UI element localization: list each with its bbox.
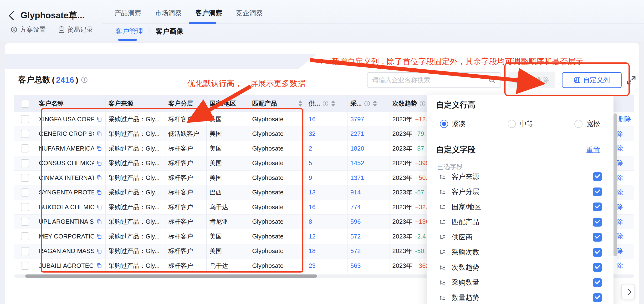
purchase-count[interactable]: 774 <box>350 204 360 211</box>
customer-name[interactable]: MEY CORPORATION <box>39 233 94 240</box>
supplier-count[interactable]: 5 <box>309 160 312 167</box>
purchase-count[interactable]: 572 <box>350 247 360 255</box>
tab-customer-insight[interactable]: 客户洞察 <box>194 7 224 24</box>
copy-icon[interactable] <box>96 160 102 166</box>
field-checkbox[interactable] <box>593 293 602 302</box>
drag-handle-icon[interactable] <box>439 174 446 180</box>
purchase-count[interactable]: 1820 <box>350 145 364 152</box>
field-checkbox[interactable] <box>593 202 602 211</box>
field-checkbox[interactable] <box>593 278 602 287</box>
row-checkbox[interactable] <box>21 144 29 152</box>
purchase-count[interactable]: 2271 <box>350 130 364 138</box>
customer-name[interactable]: JUBAILI AGROTEC LI <box>39 262 94 270</box>
customer-name[interactable]: BUKOOLA CHEMICA <box>39 204 94 211</box>
chevron-down-icon[interactable] <box>318 58 326 64</box>
customer-name[interactable]: XINGFA USA CORPO <box>39 116 94 123</box>
copy-icon[interactable] <box>96 262 102 269</box>
row-height-medium[interactable]: 中等 <box>508 119 534 129</box>
purchase-count[interactable]: 563 <box>350 262 360 270</box>
row-checkbox[interactable] <box>21 115 29 123</box>
menu-scheme-settings[interactable]: 方案设置 <box>10 25 46 34</box>
customer-name[interactable]: CINMAX INTERNATIO <box>39 174 94 182</box>
drag-handle-icon[interactable] <box>439 188 446 195</box>
back-icon[interactable] <box>8 11 18 20</box>
purchase-count[interactable]: 3797 <box>350 116 364 123</box>
info-icon[interactable] <box>364 100 370 106</box>
supplier-count[interactable]: 32 <box>309 130 316 138</box>
reset-link[interactable]: 重置 <box>586 145 600 155</box>
row-checkbox[interactable] <box>21 203 29 211</box>
purchase-count[interactable]: 1371 <box>350 174 364 182</box>
row-checkbox[interactable] <box>21 247 29 255</box>
row-checkbox[interactable] <box>21 188 29 196</box>
row-checkbox[interactable] <box>21 174 29 182</box>
menu-trade-records[interactable]: 贸易记录 <box>58 25 93 34</box>
purchase-count[interactable]: 1452 <box>350 160 364 167</box>
supplier-count[interactable]: 23 <box>309 262 316 270</box>
sort-icon[interactable] <box>298 98 302 109</box>
next-page-button[interactable] <box>621 284 635 299</box>
drag-handle-icon[interactable] <box>439 279 446 286</box>
info-icon[interactable] <box>81 76 88 83</box>
fullscreen-icon[interactable] <box>626 75 637 86</box>
row-height-compact[interactable]: 紧凑 <box>440 119 466 129</box>
row-height-loose[interactable]: 宽松 <box>574 119 600 129</box>
row-checkbox[interactable] <box>21 218 29 226</box>
copy-icon[interactable] <box>96 248 102 254</box>
customer-name[interactable]: RAGAN AND MASSE <box>39 247 94 255</box>
supplier-count[interactable]: 16 <box>309 204 316 211</box>
customer-name[interactable]: SYNGENTA PROTEC <box>39 189 94 196</box>
supplier-count[interactable]: 18 <box>309 247 316 255</box>
row-checkbox[interactable] <box>21 262 29 270</box>
field-checkbox[interactable] <box>593 218 602 226</box>
subtab-customer-profile[interactable]: 客户画像 <box>156 27 183 36</box>
copy-icon[interactable] <box>96 204 102 210</box>
copy-icon[interactable] <box>96 145 102 152</box>
drag-handle-icon[interactable] <box>439 234 446 241</box>
copy-icon[interactable] <box>96 218 102 225</box>
supplier-count[interactable]: 13 <box>309 189 316 196</box>
supplier-count[interactable]: 12 <box>309 233 316 240</box>
tab-competitor-insight[interactable]: 竞企洞察 <box>234 7 264 24</box>
batch-delete-button[interactable]: 批量删除 <box>508 72 555 88</box>
customer-name[interactable]: NUFARM AMERICAS, <box>39 145 94 152</box>
vertical-scrollbar-thumb[interactable] <box>614 114 617 256</box>
subtab-customer-manage[interactable]: 客户管理 <box>115 27 143 36</box>
customer-name[interactable]: CONSUS CHEMICAL <box>39 160 94 167</box>
drag-handle-icon[interactable] <box>439 204 446 210</box>
custom-columns-button[interactable]: 自定义列 <box>562 72 622 88</box>
delete-link[interactable]: 删除 <box>618 115 631 124</box>
info-icon[interactable] <box>322 100 328 106</box>
row-checkbox[interactable] <box>21 232 29 240</box>
tab-product-insight[interactable]: 产品洞察 <box>113 7 142 24</box>
customer-name[interactable]: UPL ARGENTINA S. <box>39 218 94 226</box>
field-checkbox[interactable] <box>593 263 602 272</box>
purchase-count[interactable]: 572 <box>350 233 360 240</box>
field-checkbox[interactable] <box>593 188 602 196</box>
purchase-count[interactable]: 914 <box>350 189 360 196</box>
drag-handle-icon[interactable] <box>439 219 446 226</box>
row-checkbox[interactable] <box>21 159 29 167</box>
supplier-count[interactable]: 9 <box>309 174 312 182</box>
field-checkbox[interactable] <box>593 172 602 181</box>
horizontal-scrollbar-thumb[interactable] <box>25 274 317 278</box>
copy-icon[interactable] <box>96 175 102 181</box>
copy-icon[interactable] <box>96 130 102 137</box>
purchase-count[interactable]: 596 <box>350 218 360 226</box>
supplier-count[interactable]: 8 <box>309 218 312 226</box>
sort-icon[interactable] <box>373 98 377 109</box>
customer-name[interactable]: GENERIC CROP SCI <box>39 130 94 138</box>
drag-handle-icon[interactable] <box>439 264 446 271</box>
select-all-checkbox[interactable] <box>21 100 29 108</box>
field-checkbox[interactable] <box>593 233 602 242</box>
copy-icon[interactable] <box>96 233 102 240</box>
search-icon[interactable] <box>488 76 496 84</box>
field-checkbox[interactable] <box>593 248 602 257</box>
info-icon[interactable] <box>420 100 426 106</box>
sort-icon[interactable] <box>331 98 335 109</box>
drag-handle-icon[interactable] <box>439 249 446 256</box>
copy-icon[interactable] <box>96 189 102 196</box>
supplier-count[interactable]: 16 <box>309 116 316 123</box>
copy-icon[interactable] <box>96 116 102 122</box>
row-checkbox[interactable] <box>21 130 29 138</box>
